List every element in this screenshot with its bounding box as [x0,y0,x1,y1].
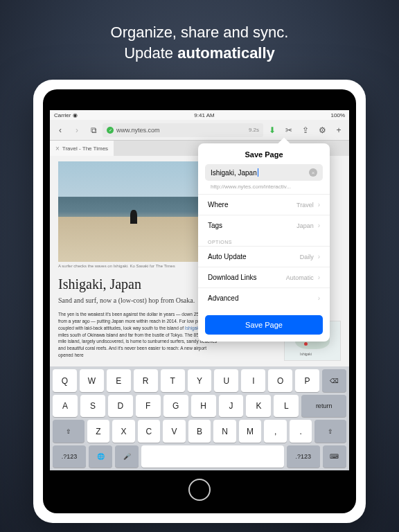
key-d[interactable]: D [108,395,133,418]
hide-keyboard-key[interactable]: ⌨ [323,445,346,468]
map-marker-icon [304,342,308,346]
key-f[interactable]: F [136,395,161,418]
key-n[interactable]: N [213,420,236,443]
popover-title: Save Page [198,143,330,164]
shift-key[interactable]: ⇧ [53,420,85,443]
key-b[interactable]: B [188,420,211,443]
browser-toolbar: ‹ › ⧉ ✓ www.nytes.com 9.2s ⬇ ✂ ⇪ ⚙ + [50,120,349,141]
key-p[interactable]: P [295,369,319,392]
auto-update-row[interactable]: Auto Update Daily › [198,246,330,267]
save-page-button[interactable]: Save Page [205,315,323,335]
key-a[interactable]: A [53,395,78,418]
mic-key[interactable]: 🎤 [115,445,139,468]
close-tab-icon[interactable]: × [55,145,60,152]
key-z[interactable]: Z [87,420,110,443]
chevron-right-icon: › [318,274,320,281]
key-k[interactable]: K [246,395,271,418]
page-name-input[interactable]: Ishigaki, Japan × [205,164,323,181]
key-r[interactable]: R [134,369,158,392]
globe-key[interactable]: 🌐 [89,445,112,468]
tools-icon[interactable]: ✂ [281,123,296,138]
key-l[interactable]: L [274,395,299,418]
chevron-right-icon: › [318,253,320,260]
carrier-label: Carrier [54,112,71,118]
shift-key-right[interactable]: ⇧ [314,420,346,443]
status-time: 9:41 AM [194,112,214,118]
tab-active[interactable]: × Travel - The Times [50,141,114,156]
key-u[interactable]: U [214,369,238,392]
url-text: www.nytes.com [116,127,160,134]
settings-icon[interactable]: ⚙ [314,123,330,138]
download-links-row[interactable]: Download Links Automatic › [198,267,330,287]
map-label: Ishigaki [300,352,312,356]
key-w[interactable]: W [80,369,104,392]
article-body: The yen is the weakest it's been against… [58,311,218,358]
key-q[interactable]: Q [53,369,77,392]
forward-button[interactable]: › [69,123,85,138]
share-icon[interactable]: ⇪ [298,123,313,138]
back-button[interactable]: ‹ [53,123,68,138]
key-g[interactable]: G [163,395,188,418]
key-o[interactable]: O [268,369,292,392]
wifi-icon: ◉ [73,112,78,118]
backspace-key[interactable]: ⌫ [322,369,346,392]
key-period[interactable]: . [290,420,312,443]
key-comma[interactable]: , [264,420,287,443]
key-e[interactable]: E [107,369,131,392]
battery-label: 100% [331,112,345,118]
space-key[interactable] [141,445,283,468]
key-t[interactable]: T [161,369,185,392]
chevron-right-icon: › [318,201,320,209]
url-bar[interactable]: ✓ www.nytes.com 9.2s [103,123,263,137]
where-row[interactable]: Where Travel › [198,194,330,215]
key-v[interactable]: V [163,420,186,443]
tags-row[interactable]: Tags Japan › [198,215,330,236]
add-button[interactable]: + [331,123,346,138]
options-section-label: OPTIONS [198,236,330,246]
save-page-icon[interactable]: ⬇ [265,123,280,138]
tab-label: Travel - The Times [62,145,108,152]
key-s[interactable]: S [80,395,105,418]
key-x[interactable]: X [112,420,135,443]
key-c[interactable]: C [138,420,161,443]
clear-input-icon[interactable]: × [309,168,317,177]
article-photo [58,161,218,262]
page-url-label: http://www.nytes.com/interactiv... [205,184,323,190]
key-h[interactable]: H [191,395,216,418]
numbers-key[interactable]: .?123 [53,445,86,468]
home-button[interactable] [188,479,211,501]
key-i[interactable]: I [241,369,265,392]
chevron-right-icon: › [318,294,320,302]
chevron-right-icon: › [318,222,320,229]
keyboard: Q W E R T Y U I O P ⌫ A S D F G H J K L … [50,366,349,470]
key-y[interactable]: Y [188,369,212,392]
lock-icon: ✓ [107,127,114,134]
ipad-frame: Carrier ◉ 9:41 AM 100% ‹ › ⧉ ✓ www.nytes… [33,80,366,523]
key-m[interactable]: M [239,420,262,443]
status-bar: Carrier ◉ 9:41 AM 100% [50,110,349,120]
url-load-time: 9.2s [249,127,259,133]
promo-text: Organize, share and sync. Update automat… [0,0,399,80]
save-page-popover: Save Page Ishigaki, Japan × http://www.n… [198,143,330,342]
article-subtitle: Sand and surf, now a (low-cost) hop from… [58,296,197,304]
numbers-key-right[interactable]: .?123 [287,445,320,468]
tabs-button[interactable]: ⧉ [86,123,101,138]
return-key[interactable]: return [301,395,346,418]
key-j[interactable]: J [219,395,244,418]
advanced-row[interactable]: Advanced › [198,287,330,308]
